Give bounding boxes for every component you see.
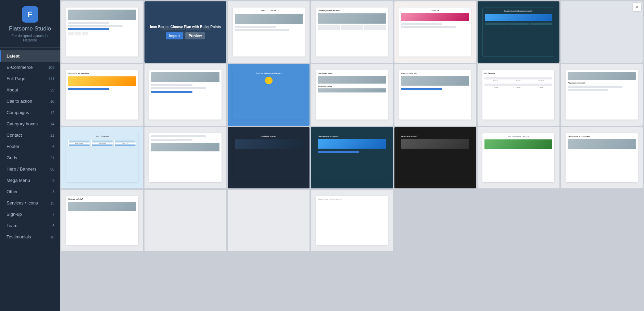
preview-btn-17[interactable]: Preview (269, 154, 289, 161)
card-15[interactable]: Stay Connected Email Updates Email Servi… (61, 127, 143, 188)
preview-btn-7[interactable]: Preview (602, 28, 621, 36)
preview-btn-9[interactable]: Preview (185, 91, 205, 99)
preview-btn-1[interactable]: Preview (102, 28, 122, 36)
import-btn-17[interactable]: Import (249, 154, 266, 161)
import-btn-22[interactable]: Import (83, 217, 100, 224)
nav-label: Hero / Banners (7, 166, 36, 172)
import-btn-11[interactable]: Import (332, 91, 350, 99)
import-btn-25[interactable]: Import (332, 217, 350, 224)
import-btn-4[interactable]: Import (332, 28, 350, 36)
preview-btn-16[interactable]: Preview (185, 154, 205, 161)
preview-btn-20[interactable]: Preview (518, 154, 538, 161)
preview-btn-3[interactable]: Preview (269, 28, 289, 36)
preview-btn-selected[interactable]: Preview (185, 32, 205, 39)
sidebar-item-contact[interactable]: Contact11 (0, 129, 60, 141)
card-17[interactable]: Your habit to stock ImportPreview (228, 127, 310, 188)
brand-subtitle: Pre-designed layouts for Flatsome (5, 34, 54, 42)
card-4[interactable]: Get ready to meet the best! ImportPrevie… (311, 1, 393, 63)
preview-btn-24[interactable]: Preview (269, 217, 289, 224)
preview-btn-19[interactable]: Preview (435, 154, 455, 161)
card-16[interactable]: ImportPreview (144, 127, 226, 188)
card-18[interactable]: Our company at a glance ImportPreview (311, 127, 393, 188)
import-btn-10[interactable]: Import (249, 91, 266, 99)
card-23[interactable]: ImportPreview (144, 190, 226, 251)
preview-btn-6[interactable]: Preview (518, 28, 538, 36)
card-12[interactable]: Creating better jobs ImportPreview (394, 64, 476, 125)
preview-btn-23[interactable]: Preview (185, 217, 205, 224)
card-7[interactable]: ImportPreview (561, 1, 643, 63)
card-25[interactable]: You can build stunning pages... ImportPr… (311, 190, 393, 251)
card-11[interactable]: Our shared future Working together Impor… (311, 64, 393, 125)
card-3[interactable]: TIME TO GROW ImportPreview (228, 1, 310, 63)
import-btn-23[interactable]: Import (166, 217, 183, 224)
card-8[interactable]: Sign up for our newsletter ImportPreview (61, 64, 143, 125)
nav-label: Team (7, 223, 17, 228)
sidebar-item-hero-banners[interactable]: Hero / Banners58 (0, 163, 60, 175)
sidebar-item-team[interactable]: Team6 (0, 220, 60, 231)
import-btn-18[interactable]: Import (332, 154, 350, 161)
sidebar-item-testimonials[interactable]: Testimonials18 (0, 231, 60, 242)
import-btn-6[interactable]: Import (499, 28, 516, 36)
sidebar-item-full-page[interactable]: Full Page111 (0, 73, 60, 84)
sidebar-header: F Flatsome Studio Pre-designed layouts f… (0, 0, 60, 48)
sidebar-item-ecommerce[interactable]: E-Commerce108 (0, 62, 60, 73)
card-5[interactable]: About Us ImportPreview (394, 1, 476, 63)
sidebar-item-latest[interactable]: Latest (0, 50, 60, 62)
preview-btn-21[interactable]: Preview (602, 154, 621, 161)
import-btn-16[interactable]: Import (166, 154, 183, 161)
import-btn-8[interactable]: Import (83, 91, 100, 99)
card-10[interactable]: Bring joy and make a difference ImportPr… (228, 64, 310, 125)
preview-btn-13[interactable]: Preview (518, 91, 538, 99)
nav-label: Call to action (7, 99, 32, 104)
import-btn-24[interactable]: Import (249, 217, 266, 224)
sidebar-item-call-to-action[interactable]: Call to action10 (0, 96, 60, 107)
preview-btn-15[interactable]: Preview (102, 154, 122, 161)
import-btn-selected[interactable]: Import (166, 32, 183, 39)
preview-btn-14[interactable]: Preview (602, 91, 621, 99)
sidebar-item-category-boxes[interactable]: Category boxes14 (0, 118, 60, 129)
card-6[interactable]: Creating thoughtful solutions together I… (478, 1, 559, 63)
import-btn-5[interactable]: Import (416, 28, 433, 36)
card-2-selected[interactable]: Icon Boxes: Choose Plan with Bullet Poin… (144, 1, 226, 63)
preview-btn-12[interactable]: Preview (435, 91, 455, 99)
preview-btn-10[interactable]: Preview (269, 91, 289, 99)
preview-btn-25[interactable]: Preview (352, 217, 372, 224)
import-btn-3[interactable]: Import (249, 28, 266, 36)
card-20[interactable]: Wild. Sustainable. Delicious. ImportPrev… (478, 127, 559, 188)
sidebar-item-about[interactable]: About29 (0, 84, 60, 96)
close-button[interactable]: × (633, 3, 641, 11)
card-19[interactable]: Where it all started? ImportPreview (394, 127, 476, 188)
import-btn-19[interactable]: Import (416, 154, 433, 161)
nav-label: Contact (7, 133, 22, 138)
import-btn-13[interactable]: Import (499, 91, 516, 99)
sidebar: F Flatsome Studio Pre-designed layouts f… (0, 0, 60, 311)
preview-btn-5[interactable]: Preview (435, 28, 455, 36)
import-btn-14[interactable]: Import (582, 91, 599, 99)
preview-btn-11[interactable]: Preview (352, 91, 372, 99)
preview-btn-22[interactable]: Preview (102, 217, 122, 224)
preview-btn-4[interactable]: Preview (352, 28, 372, 36)
card-22[interactable]: How can we help? ImportPreview (61, 190, 143, 251)
sidebar-item-grids[interactable]: Grids21 (0, 152, 60, 163)
card-24[interactable]: ImportPreview (228, 190, 310, 251)
card-21[interactable]: Dating brand from the heart ImportPrevie… (561, 127, 643, 188)
preview-btn-18[interactable]: Preview (352, 154, 372, 161)
import-btn-7[interactable]: Import (582, 28, 599, 36)
preview-btn-8[interactable]: Preview (102, 91, 122, 99)
import-btn-15[interactable]: Import (83, 154, 100, 161)
card-9[interactable]: ImportPreview (144, 64, 226, 125)
card-14[interactable]: About our community ImportPreview (561, 64, 643, 125)
sidebar-item-footer[interactable]: Footer6 (0, 141, 60, 152)
import-btn-21[interactable]: Import (582, 154, 599, 161)
sidebar-item-other[interactable]: Other3 (0, 186, 60, 197)
import-btn-12[interactable]: Import (416, 91, 433, 99)
sidebar-item-sign-up[interactable]: Sign-up7 (0, 209, 60, 220)
sidebar-item-services-icons[interactable]: Services / Icons15 (0, 197, 60, 209)
sidebar-item-mega-menu[interactable]: Mega Menu9 (0, 175, 60, 186)
sidebar-item-campaigns[interactable]: Campaigns12 (0, 107, 60, 118)
import-btn-9[interactable]: Import (166, 91, 183, 99)
card-1[interactable]: ImportPreview (61, 1, 143, 63)
import-btn-20[interactable]: Import (499, 154, 516, 161)
card-13[interactable]: Our Services Tourism Nature Transport Cl… (478, 64, 559, 125)
import-btn-1[interactable]: Import (83, 28, 100, 36)
